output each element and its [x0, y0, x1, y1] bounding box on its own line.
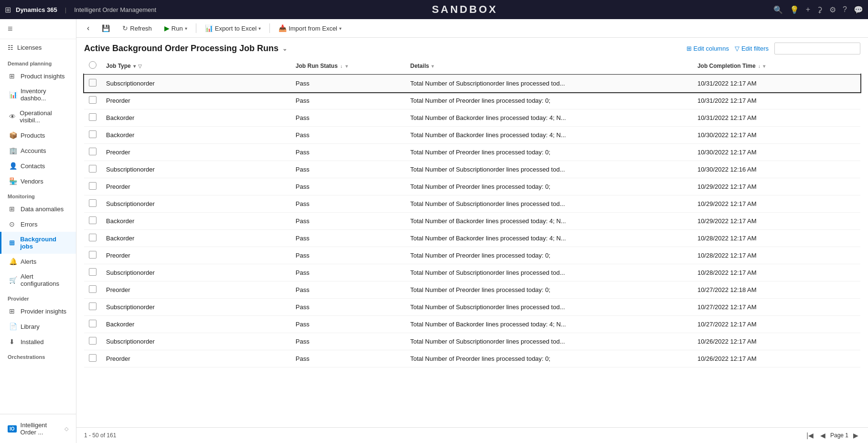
sidebar-bottom-item[interactable]: IO Intelligent Order ... ◇ — [0, 418, 76, 439]
row-checkbox-cell[interactable] — [84, 316, 101, 333]
details-filter-icon[interactable]: ▾ — [431, 64, 434, 69]
table-row[interactable]: Subscriptionorder Pass Total Number of S… — [84, 195, 860, 213]
row-checkbox-cell[interactable] — [84, 247, 101, 264]
header-completion-time[interactable]: Job Completion Time ↓ ▾ — [693, 57, 860, 75]
row-checkbox-cell[interactable] — [84, 264, 101, 281]
table-row[interactable]: Backorder Pass Total Number of Backorder… — [84, 127, 860, 144]
edit-filters-button[interactable]: ▽ Edit filters — [735, 45, 769, 52]
sidebar-item-library[interactable]: 📄 Library — [0, 319, 76, 334]
row-checkbox-cell[interactable] — [84, 75, 101, 92]
table-row[interactable]: Backorder Pass Total Number of Backorder… — [84, 316, 860, 333]
table-row[interactable]: Backorder Pass Total Number of Backorder… — [84, 213, 860, 230]
sidebar-item-alert-configurations[interactable]: 🛒 Alert configurations — [0, 269, 76, 291]
header-job-run-status[interactable]: Job Run Status ↓ ▾ — [291, 57, 406, 75]
back-button[interactable]: ‹ — [82, 22, 94, 34]
run-button[interactable]: ▶ Run ▾ — [160, 22, 192, 34]
settings-icon[interactable]: ⚙ — [829, 5, 836, 14]
help-icon[interactable]: ? — [843, 5, 847, 14]
row-checkbox-cell[interactable] — [84, 127, 101, 144]
header-checkbox[interactable] — [84, 57, 101, 75]
status-sort-icon[interactable]: ↓ — [340, 64, 343, 69]
job-type-filter-icon[interactable]: ▽ — [138, 64, 142, 69]
row-checkbox[interactable] — [89, 354, 96, 362]
table-row[interactable]: Subscriptionorder Pass Total Number of S… — [84, 264, 860, 281]
table-row[interactable]: Preorder Pass Total Number of Preorder l… — [84, 247, 860, 264]
row-checkbox[interactable] — [89, 199, 96, 207]
search-input[interactable] — [774, 43, 860, 54]
import-button[interactable]: 📥 Import from Excel ▾ — [274, 22, 346, 34]
row-checkbox-cell[interactable] — [84, 195, 101, 213]
edit-columns-button[interactable]: ⊞ Edit columns — [686, 45, 729, 52]
table-row[interactable]: Backorder Pass Total Number of Backorder… — [84, 230, 860, 247]
row-checkbox[interactable] — [89, 113, 96, 121]
row-checkbox-cell[interactable] — [84, 230, 101, 247]
sidebar-item-alerts[interactable]: 🔔 Alerts — [0, 254, 76, 269]
sidebar-item-vendors[interactable]: 🏪 Vendors — [0, 173, 76, 189]
row-checkbox[interactable] — [89, 303, 96, 310]
search-icon[interactable]: 🔍 — [773, 5, 783, 14]
row-checkbox[interactable] — [89, 285, 96, 293]
sidebar-item-accounts[interactable]: 🏢 Accounts — [0, 143, 76, 158]
funnel-icon[interactable]: ⚳ — [817, 5, 823, 14]
row-checkbox[interactable] — [89, 234, 96, 241]
sidebar-item-product-insights[interactable]: ⊞ Product insights — [0, 68, 76, 84]
sidebar-item-operational-visibility[interactable]: 👁 Operational visibil... — [0, 106, 76, 128]
export-button[interactable]: 📊 Export to Excel ▾ — [200, 22, 266, 34]
row-checkbox[interactable] — [89, 130, 96, 138]
page-first-button[interactable]: |◀ — [804, 431, 815, 440]
table-row[interactable]: Preorder Pass Total Number of Preorder l… — [84, 350, 860, 367]
lightbulb-icon[interactable]: 💡 — [790, 5, 799, 14]
row-checkbox-cell[interactable] — [84, 178, 101, 195]
row-checkbox[interactable] — [89, 165, 96, 173]
page-next-button[interactable]: ▶ — [851, 431, 860, 440]
row-checkbox-cell[interactable] — [84, 350, 101, 367]
row-checkbox[interactable] — [89, 268, 96, 276]
row-checkbox-cell[interactable] — [84, 281, 101, 299]
row-checkbox-cell[interactable] — [84, 161, 101, 178]
row-checkbox-cell[interactable] — [84, 299, 101, 316]
table-row[interactable]: Preorder Pass Total Number of Preorder l… — [84, 178, 860, 195]
header-details[interactable]: Details ▾ — [406, 57, 693, 75]
sidebar-item-errors[interactable]: ⊙ Errors — [0, 216, 76, 232]
row-checkbox[interactable] — [89, 251, 96, 259]
sidebar-item-data-anomalies[interactable]: ⊞ Data anomalies — [0, 201, 76, 216]
table-row[interactable]: Subscriptionorder Pass Total Number of S… — [84, 75, 860, 92]
sidebar-item-contacts[interactable]: 👤 Contacts — [0, 158, 76, 173]
row-checkbox-cell[interactable] — [84, 92, 101, 109]
job-type-sort-icon[interactable]: ▾ — [133, 64, 136, 69]
row-checkbox-cell[interactable] — [84, 144, 101, 161]
table-row[interactable]: Preorder Pass Total Number of Preorder l… — [84, 144, 860, 161]
waffle-icon[interactable]: ⊞ — [5, 5, 11, 14]
sidebar-item-products[interactable]: 📦 Products — [0, 128, 76, 143]
table-row[interactable]: Subscriptionorder Pass Total Number of S… — [84, 299, 860, 316]
sidebar-item-inventory-dashboard[interactable]: 📊 Inventory dashbo... — [0, 84, 76, 106]
row-checkbox[interactable] — [89, 148, 96, 155]
page-prev-button[interactable]: ◀ — [818, 431, 827, 440]
select-all-checkbox[interactable] — [89, 61, 96, 69]
time-sort-icon[interactable]: ↓ — [758, 64, 761, 69]
table-row[interactable]: Backorder Pass Total Number of Backorder… — [84, 109, 860, 127]
row-checkbox[interactable] — [89, 182, 96, 190]
sidebar-item-licenses[interactable]: ☷ Licenses — [0, 39, 76, 56]
row-checkbox-cell[interactable] — [84, 109, 101, 127]
table-row[interactable]: Preorder Pass Total Number of Preorder l… — [84, 281, 860, 299]
row-checkbox-cell[interactable] — [84, 213, 101, 230]
save-button[interactable]: 💾 — [97, 22, 115, 34]
table-row[interactable]: Preorder Pass Total Number of Preorder l… — [84, 92, 860, 109]
sidebar-item-installed[interactable]: ⬇ Installed — [0, 334, 76, 349]
title-chevron[interactable]: ⌄ — [282, 45, 287, 52]
table-row[interactable]: Subscriptionorder Pass Total Number of S… — [84, 161, 860, 178]
row-checkbox-cell[interactable] — [84, 333, 101, 350]
row-checkbox[interactable] — [89, 79, 96, 86]
refresh-button[interactable]: ↻ Refresh — [118, 22, 157, 34]
row-checkbox[interactable] — [89, 96, 96, 104]
sidebar-toggle[interactable]: ≡ — [0, 19, 76, 39]
plus-icon[interactable]: + — [806, 5, 810, 14]
row-checkbox[interactable] — [89, 216, 96, 224]
sidebar-item-provider-insights[interactable]: ⊞ Provider insights — [0, 303, 76, 319]
row-checkbox[interactable] — [89, 320, 96, 327]
row-checkbox[interactable] — [89, 337, 96, 345]
chat-icon[interactable]: 💬 — [854, 5, 863, 14]
header-job-type[interactable]: Job Type ▾ ▽ — [101, 57, 291, 75]
sidebar-item-background-jobs[interactable]: ⊞ Background jobs — [0, 232, 76, 254]
